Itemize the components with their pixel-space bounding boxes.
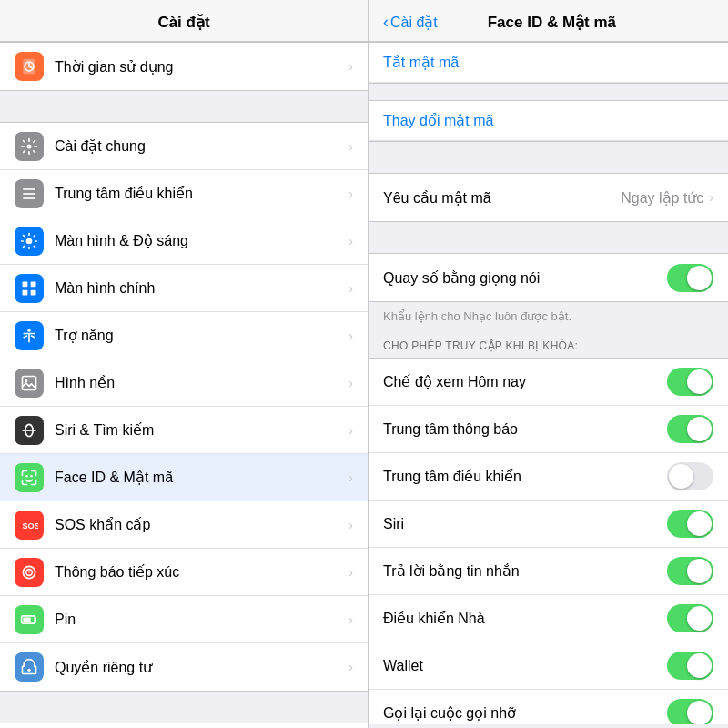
sidebar-item-wallpaper[interactable]: Hình nền ›: [0, 359, 368, 407]
siri-locked-label: Siri: [383, 516, 667, 532]
display-label: Màn hình & Độ sáng: [55, 232, 345, 249]
chevron-icon: ›: [349, 187, 353, 201]
sidebar-item-privacy[interactable]: Quyền riêng tư ›: [0, 643, 368, 691]
notif-center-toggle[interactable]: [667, 415, 713, 443]
svg-point-21: [28, 571, 30, 573]
sidebar-item-screen-time[interactable]: Thời gian sử dụng ›: [0, 43, 368, 90]
voice-dial-row: Quay số bằng giọng nói: [369, 254, 728, 301]
notif-center-label: Trung tâm thông báo: [383, 421, 667, 438]
info-text: Khẩu lệnh cho Nhạc luôn được bật.: [369, 302, 728, 332]
control-center-locked-toggle[interactable]: [667, 462, 713, 490]
wallet-row: Wallet: [369, 642, 728, 690]
svg-point-24: [27, 669, 30, 672]
accessibility-icon: [15, 321, 44, 350]
home-control-toggle[interactable]: [667, 604, 713, 632]
sidebar-item-general[interactable]: Cài đặt chung ›: [0, 123, 368, 170]
exposure-icon: [15, 558, 44, 587]
svg-point-13: [25, 379, 27, 381]
wallet-toggle[interactable]: [667, 652, 713, 680]
require-pass-label: Yêu cầu mật mã: [383, 189, 621, 207]
home-screen-label: Màn hình chính: [55, 280, 345, 297]
faceid-label: Face ID & Mật mã: [55, 469, 345, 486]
return-calls-label: Gọi lại cuộc gọi nhỡ: [383, 704, 667, 722]
sidebar-item-display[interactable]: Màn hình & Độ sáng ›: [0, 217, 368, 265]
toggle-knob: [687, 266, 712, 290]
general-icon: [15, 132, 44, 161]
sos-icon: SOS: [15, 511, 44, 540]
back-label: Cài đặt: [390, 14, 438, 31]
change-pass-group: Thay đổi mật mã: [369, 100, 728, 142]
chevron-icon: ›: [349, 423, 353, 438]
chevron-icon: ›: [349, 376, 353, 390]
battery-icon: [15, 605, 44, 634]
wallpaper-icon: [15, 369, 44, 398]
sidebar-item-exposure[interactable]: Thông báo tiếp xúc ›: [0, 549, 368, 596]
toggle-knob: [687, 417, 712, 441]
today-view-row: Chế độ xem Hôm nay: [369, 359, 728, 406]
notif-center-row: Trung tâm thông báo: [369, 406, 728, 453]
back-button[interactable]: ‹ Cài đặt: [383, 13, 438, 32]
svg-point-17: [30, 475, 33, 478]
control-center-icon: [15, 179, 44, 208]
control-center-locked-label: Trung tâm điều khiển: [383, 468, 667, 485]
settings-group-3: App Store ›: [0, 723, 368, 728]
chevron-icon: ›: [349, 329, 353, 343]
svg-rect-23: [23, 617, 30, 622]
voice-dial-toggle[interactable]: [667, 264, 713, 292]
svg-point-16: [25, 475, 28, 478]
privacy-label: Quyền riêng tư: [55, 659, 345, 676]
today-view-label: Chế độ xem Hôm nay: [383, 373, 667, 390]
svg-rect-9: [23, 289, 28, 295]
svg-point-11: [27, 329, 30, 331]
sidebar-item-control-center[interactable]: Trung tâm điều khiển ›: [0, 170, 368, 217]
toggle-knob: [687, 559, 712, 583]
faceid-icon: [15, 463, 44, 492]
siri-locked-toggle[interactable]: [667, 510, 713, 538]
left-panel-title: Cài đặt: [157, 14, 209, 31]
sidebar-item-sos[interactable]: SOS SOS khẩn cấp ›: [0, 501, 368, 549]
change-pass-row[interactable]: Thay đổi mật mã: [369, 101, 728, 141]
home-control-row: Điều khiển Nhà: [369, 595, 728, 642]
require-pass-row[interactable]: Yêu cầu mật mã Ngay lập tức ›: [369, 174, 728, 221]
wallet-label: Wallet: [383, 658, 667, 674]
sidebar-item-accessibility[interactable]: Trợ năng ›: [0, 312, 368, 359]
privacy-icon: [15, 652, 44, 682]
screen-time-label: Thời gian sử dụng: [55, 58, 345, 76]
right-panel: ‹ Cài đặt Face ID & Mật mã Tắt mật mã Th…: [369, 0, 728, 728]
right-header: ‹ Cài đặt Face ID & Mật mã: [369, 0, 728, 42]
siri-label: Siri & Tìm kiếm: [55, 421, 345, 439]
reply-msg-label: Trả lời bằng tin nhắn: [383, 562, 667, 580]
right-panel-title: Face ID & Mật mã: [445, 13, 659, 32]
battery-label: Pin: [55, 612, 345, 628]
chevron-icon: ›: [349, 281, 353, 296]
exposure-label: Thông báo tiếp xúc: [55, 563, 345, 581]
chevron-icon: ›: [349, 660, 353, 674]
chevron-icon: ›: [349, 518, 353, 532]
turn-off-group: Tắt mật mã: [369, 42, 728, 84]
return-calls-toggle[interactable]: [667, 699, 713, 724]
sidebar-item-battery[interactable]: Pin ›: [0, 596, 368, 643]
chevron-icon: ›: [349, 59, 353, 74]
reply-msg-row: Trả lời bằng tin nhắn: [369, 548, 728, 595]
sidebar-item-home-screen[interactable]: Màn hình chính ›: [0, 265, 368, 312]
require-pass-value: Ngay lập tức: [621, 189, 703, 207]
svg-point-2: [27, 144, 32, 148]
home-control-label: Điều khiển Nhà: [383, 610, 667, 627]
chevron-icon: ›: [709, 190, 713, 205]
chevron-icon: ›: [349, 612, 353, 627]
sidebar-item-faceid[interactable]: Face ID & Mật mã ›: [0, 454, 368, 501]
today-view-toggle[interactable]: [667, 368, 713, 396]
turn-off-row[interactable]: Tắt mật mã: [369, 43, 728, 83]
accessibility-label: Trợ năng: [55, 327, 345, 344]
reply-msg-toggle[interactable]: [667, 557, 713, 585]
toggle-knob: [669, 464, 693, 489]
left-panel: Cài đặt Thời gian sử dụng › Cài đặt chun…: [0, 0, 369, 728]
svg-point-6: [26, 238, 33, 244]
chevron-icon: ›: [349, 234, 353, 248]
back-chevron-icon: ‹: [383, 13, 389, 32]
sidebar-item-appstore[interactable]: App Store ›: [0, 723, 368, 728]
toggle-knob: [687, 511, 712, 536]
change-pass-label: Thay đổi mật mã: [383, 113, 493, 128]
svg-text:SOS: SOS: [23, 521, 39, 531]
sidebar-item-siri[interactable]: Siri & Tìm kiếm ›: [0, 407, 368, 454]
